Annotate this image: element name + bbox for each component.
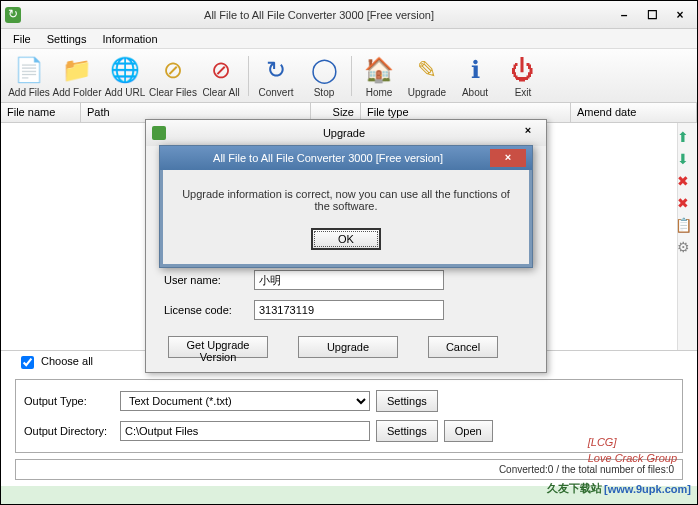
clear-all-icon: ⊘ xyxy=(205,54,237,86)
convert-icon: ↻ xyxy=(260,54,292,86)
convert-button[interactable]: ↻Convert xyxy=(252,51,300,101)
main-titlebar: All File to All File Converter 3000 [Fre… xyxy=(1,1,697,29)
about-button[interactable]: ℹAbout xyxy=(451,51,499,101)
alert-message: Upgrade information is correct, now you … xyxy=(177,188,515,212)
output-dir-settings-button[interactable]: Settings xyxy=(376,420,438,442)
username-input[interactable] xyxy=(254,270,444,290)
upgrade-dialog-title: Upgrade xyxy=(172,127,516,139)
sidebar-tools: ⬆⬇✖✖📋⚙ xyxy=(675,129,693,255)
window-title: All File to All File Converter 3000 [Fre… xyxy=(27,9,611,21)
upgrade-icon: ✎ xyxy=(411,54,443,86)
get-upgrade-version-button[interactable]: Get Upgrade Version xyxy=(168,336,268,358)
menu-file[interactable]: File xyxy=(5,31,39,47)
sidebar-icon-5[interactable]: ⚙ xyxy=(675,239,691,255)
add-folder-button[interactable]: 📁Add Folder xyxy=(53,51,101,101)
status-bar: Converted:0 / the total number of files:… xyxy=(15,459,683,480)
watermark-stripe xyxy=(1,486,697,504)
maximize-button[interactable]: ☐ xyxy=(639,6,665,24)
menu-bar: File Settings Information xyxy=(1,29,697,49)
sidebar-icon-0[interactable]: ⬆ xyxy=(675,129,691,145)
sidebar-icon-3[interactable]: ✖ xyxy=(675,195,691,211)
clear-files-button[interactable]: ⊘Clear Files xyxy=(149,51,197,101)
upgrade-button[interactable]: Upgrade xyxy=(298,336,398,358)
sidebar-icon-1[interactable]: ⬇ xyxy=(675,151,691,167)
toolbar: 📄Add Files📁Add Folder🌐Add URL⊘Clear File… xyxy=(1,49,697,103)
add-files-icon: 📄 xyxy=(13,54,45,86)
col-filename[interactable]: File name xyxy=(1,103,81,122)
menu-information[interactable]: Information xyxy=(94,31,165,47)
cancel-button[interactable]: Cancel xyxy=(428,336,498,358)
stop-button[interactable]: ◯Stop xyxy=(300,51,348,101)
license-label: License code: xyxy=(164,304,254,316)
home-icon: 🏠 xyxy=(363,54,395,86)
exit-button[interactable]: ⏻Exit xyxy=(499,51,547,101)
add-url-button[interactable]: 🌐Add URL xyxy=(101,51,149,101)
output-panel: Output Type: Text Document (*.txt) Setti… xyxy=(15,379,683,453)
add-folder-icon: 📁 xyxy=(61,54,93,86)
output-dir-input[interactable] xyxy=(120,421,370,441)
sidebar-icon-2[interactable]: ✖ xyxy=(675,173,691,189)
app-icon xyxy=(5,7,21,23)
output-type-settings-button[interactable]: Settings xyxy=(376,390,438,412)
alert-ok-button[interactable]: OK xyxy=(311,228,381,250)
stop-icon: ◯ xyxy=(308,54,340,86)
minimize-button[interactable]: – xyxy=(611,6,637,24)
menu-settings[interactable]: Settings xyxy=(39,31,95,47)
username-label: User name: xyxy=(164,274,254,286)
add-files-button[interactable]: 📄Add Files xyxy=(5,51,53,101)
home-button[interactable]: 🏠Home xyxy=(355,51,403,101)
alert-dialog: All File to All File Converter 3000 [Fre… xyxy=(159,145,533,268)
choose-all-checkbox[interactable]: Choose all xyxy=(21,355,93,367)
sidebar-icon-4[interactable]: 📋 xyxy=(675,217,691,233)
output-dir-open-button[interactable]: Open xyxy=(444,420,493,442)
watermark-site: 久友下载站 [www.9upk.com] xyxy=(547,481,691,496)
close-button[interactable]: × xyxy=(667,6,693,24)
about-icon: ℹ xyxy=(459,54,491,86)
choose-all-label: Choose all xyxy=(41,355,93,367)
choose-all-input[interactable] xyxy=(21,356,34,369)
output-type-label: Output Type: xyxy=(24,395,114,407)
add-url-icon: 🌐 xyxy=(109,54,141,86)
alert-close-button[interactable]: × xyxy=(490,149,526,167)
upgrade-dialog-icon xyxy=(152,126,166,140)
exit-icon: ⏻ xyxy=(507,54,539,86)
col-amenddate[interactable]: Amend date xyxy=(571,103,697,122)
upgrade-button[interactable]: ✎Upgrade xyxy=(403,51,451,101)
output-dir-label: Output Directory: xyxy=(24,425,114,437)
output-type-select[interactable]: Text Document (*.txt) xyxy=(120,391,370,411)
clear-files-icon: ⊘ xyxy=(157,54,189,86)
upgrade-dialog-close[interactable]: × xyxy=(516,124,540,142)
clear-all-button[interactable]: ⊘Clear All xyxy=(197,51,245,101)
license-input[interactable] xyxy=(254,300,444,320)
alert-title: All File to All File Converter 3000 [Fre… xyxy=(166,152,490,164)
